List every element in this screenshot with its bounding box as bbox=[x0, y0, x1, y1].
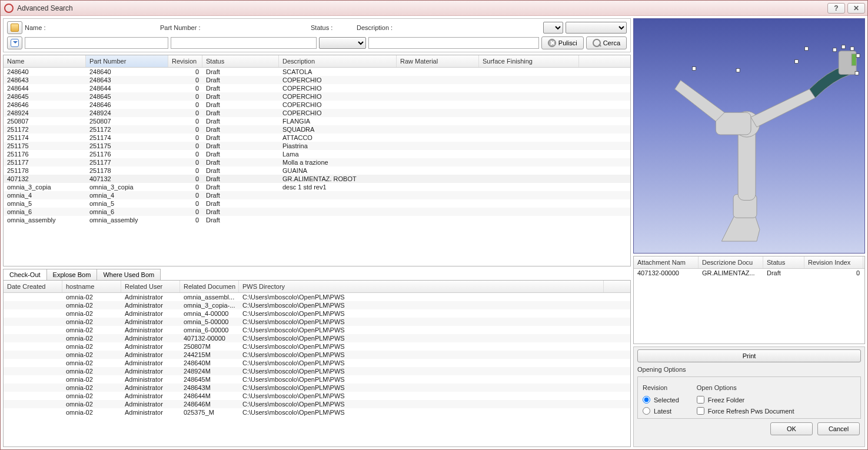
table-row[interactable]: omnia-02Administrator248644MC:\Users\mbo… bbox=[4, 392, 630, 400]
advanced-search-window: Advanced Search ? ✕ Name : Part Number :… bbox=[0, 0, 868, 450]
column-header[interactable]: Raw Material bbox=[397, 55, 479, 67]
column-header[interactable]: Status bbox=[763, 256, 804, 268]
revision-label: Revision bbox=[643, 384, 679, 391]
search-button[interactable]: Cerca bbox=[586, 36, 627, 49]
ok-button[interactable]: OK bbox=[770, 422, 813, 435]
close-button[interactable]: ✕ bbox=[847, 3, 865, 14]
table-row[interactable]: 2486402486400DraftSCATOLA bbox=[4, 68, 630, 76]
robot-render bbox=[634, 19, 864, 253]
open-folder-button[interactable] bbox=[7, 21, 22, 34]
table-row[interactable]: 2511772511770DraftMolla a trazione bbox=[4, 158, 630, 166]
name-input[interactable] bbox=[25, 37, 168, 49]
results-table[interactable]: NamePart NumberRevisionStatusDescription… bbox=[3, 55, 631, 266]
column-header[interactable]: Related User bbox=[121, 281, 180, 292]
table-row[interactable]: omnia-02Administrator248643MC:\Users\mbo… bbox=[4, 384, 630, 392]
download-button[interactable] bbox=[7, 36, 22, 49]
svg-rect-11 bbox=[842, 45, 845, 49]
print-button[interactable]: Print bbox=[637, 349, 861, 362]
table-row[interactable]: omnia-02Administratoromnia_4-00000C:\Use… bbox=[4, 309, 630, 318]
table-row[interactable]: omnia-02Administrator244215MC:\Users\mbo… bbox=[4, 351, 630, 359]
table-row[interactable]: omnia-02Administrator248645MC:\Users\mbo… bbox=[4, 375, 630, 384]
partnumber-label: Part Number : bbox=[160, 24, 213, 31]
table-row[interactable]: 2511742511740DraftATTACCO bbox=[4, 134, 630, 142]
revision-selected-radio[interactable]: Selected bbox=[643, 396, 679, 404]
column-header[interactable]: Related Documen bbox=[180, 281, 239, 292]
table-row[interactable]: 4071324071320DraftGR.ALIMENTAZ. ROBOT bbox=[4, 175, 630, 183]
opening-options-group: Revision Selected Latest Open Options Fr… bbox=[637, 376, 861, 419]
column-header[interactable]: Status bbox=[202, 55, 279, 67]
svg-rect-8 bbox=[795, 60, 799, 64]
clear-button[interactable]: Pulisci bbox=[541, 36, 584, 49]
name-label: Name : bbox=[25, 24, 54, 31]
folder-icon bbox=[11, 24, 19, 32]
freez-folder-checkbox[interactable]: Freez Folder bbox=[697, 396, 794, 404]
table-row[interactable]: omnia_5omnia_50Draft bbox=[4, 199, 630, 208]
column-header[interactable]: Revision Index bbox=[804, 256, 863, 268]
table-row[interactable]: omnia_assemblyomnia_assembly0Draft bbox=[4, 216, 630, 224]
saved-queries-select[interactable] bbox=[566, 22, 627, 34]
partnumber-input[interactable] bbox=[171, 37, 317, 49]
tab-explose-bom[interactable]: Explose Bom bbox=[46, 269, 98, 280]
table-row[interactable]: omnia-02Administratoromnia_assembl...C:\… bbox=[4, 293, 630, 301]
3d-preview[interactable] bbox=[633, 18, 865, 254]
table-row[interactable]: 2489242489240DraftCOPERCHIO bbox=[4, 109, 630, 117]
column-header[interactable]: Name bbox=[4, 55, 86, 67]
column-header[interactable]: Descrizione Docu bbox=[699, 256, 763, 268]
status-select[interactable] bbox=[319, 37, 366, 49]
column-header[interactable]: hostname bbox=[62, 281, 121, 292]
svg-rect-12 bbox=[850, 47, 854, 51]
table-row[interactable]: omnia-02Administrator248924MC:\Users\mbo… bbox=[4, 367, 630, 375]
search-icon bbox=[593, 39, 601, 47]
table-row[interactable]: omnia_4omnia_40Draft bbox=[4, 191, 630, 199]
svg-rect-9 bbox=[805, 47, 809, 51]
detail-tabs: Check-OutExplose BomWhere Used Bom bbox=[3, 269, 631, 280]
table-row[interactable]: omnia-02Administrator248646MC:\Users\mbo… bbox=[4, 400, 630, 408]
table-row[interactable]: 2511722511720DraftSQUADRA bbox=[4, 125, 630, 134]
table-row[interactable]: omnia-02Administrator407132-00000C:\User… bbox=[4, 334, 630, 342]
table-row[interactable]: omnia-02Administratoromnia_5-00000C:\Use… bbox=[4, 318, 630, 326]
svg-rect-10 bbox=[833, 48, 836, 52]
force-refresh-checkbox[interactable]: Force Refresh Pws Document bbox=[697, 407, 794, 415]
table-row[interactable]: omnia-02Administrator250807MC:\Users\mbo… bbox=[4, 342, 630, 351]
table-row[interactable]: 2486452486450DraftCOPERCHIO bbox=[4, 92, 630, 101]
save-query-select[interactable] bbox=[543, 22, 563, 34]
svg-rect-7 bbox=[736, 69, 740, 72]
window-title: Advanced Search bbox=[17, 4, 827, 12]
column-header[interactable]: Part Number bbox=[86, 55, 168, 67]
table-row[interactable]: 2486442486440DraftCOPERCHIO bbox=[4, 84, 630, 92]
cancel-button[interactable]: Cancel bbox=[817, 422, 860, 435]
table-row[interactable]: omnia-02Administratoromnia_3_copia-...C:… bbox=[4, 301, 630, 309]
revision-latest-radio[interactable]: Latest bbox=[643, 407, 679, 415]
table-row[interactable]: omnia_6omnia_60Draft bbox=[4, 208, 630, 216]
table-row[interactable]: 407132-00000GR.ALIMENTAZ...Draft0 bbox=[634, 269, 864, 277]
tab-check-out[interactable]: Check-Out bbox=[3, 269, 47, 280]
table-row[interactable]: 2511752511750DraftPiastrina bbox=[4, 142, 630, 150]
description-input[interactable] bbox=[368, 37, 539, 49]
status-label: Status : bbox=[311, 24, 340, 31]
titlebar[interactable]: Advanced Search ? ✕ bbox=[1, 1, 867, 16]
column-header[interactable]: Revision bbox=[168, 55, 202, 67]
table-row[interactable]: omnia_3_copiaomnia_3_copia0Draftdesc 1 s… bbox=[4, 183, 630, 191]
help-button[interactable]: ? bbox=[827, 3, 845, 14]
table-row[interactable]: omnia-02Administrator248640MC:\Users\mbo… bbox=[4, 359, 630, 367]
description-label: Description : bbox=[357, 24, 404, 31]
svg-rect-6 bbox=[692, 67, 696, 71]
column-header[interactable]: Date Created bbox=[4, 281, 62, 292]
checkout-table[interactable]: omnia-02Administratoromnia_assembl...C:\… bbox=[4, 293, 630, 446]
column-header[interactable]: Surface Finishing bbox=[479, 55, 579, 67]
table-row[interactable]: 2486462486460DraftCOPERCHIO bbox=[4, 101, 630, 109]
clear-icon bbox=[548, 39, 556, 47]
table-row[interactable]: omnia-02Administratoromnia_6-00000C:\Use… bbox=[4, 326, 630, 334]
column-header[interactable]: Description bbox=[279, 55, 397, 67]
table-row[interactable]: 2486432486430DraftCOPERCHIO bbox=[4, 76, 630, 84]
table-row[interactable]: 2511762511760DraftLama bbox=[4, 150, 630, 158]
table-row[interactable]: 2508072508070DraftFLANGIA bbox=[4, 117, 630, 125]
column-header[interactable]: Attachment Nam bbox=[634, 256, 699, 268]
svg-rect-13 bbox=[856, 54, 860, 58]
download-icon bbox=[11, 39, 19, 47]
table-row[interactable]: omnia-02Administrator025375_MC:\Users\mb… bbox=[4, 408, 630, 416]
attachment-table[interactable]: Attachment NamDescrizione DocuStatusRevi… bbox=[633, 256, 865, 344]
table-row[interactable]: 2511782511780DraftGUAINA bbox=[4, 166, 630, 175]
column-header[interactable]: PWS Directory bbox=[239, 281, 604, 292]
tab-where-used-bom[interactable]: Where Used Bom bbox=[97, 269, 161, 280]
